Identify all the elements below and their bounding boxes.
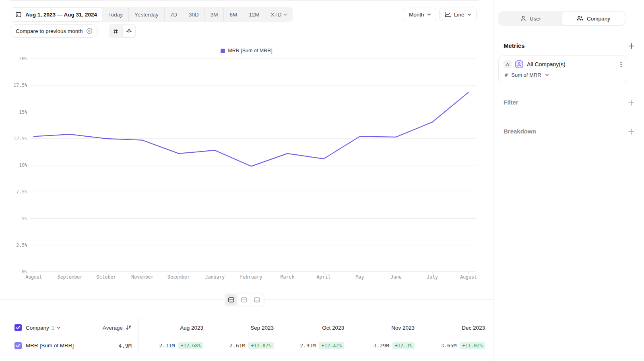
view-layout-toggles bbox=[224, 293, 264, 307]
delta-badge: +12.87% bbox=[248, 342, 274, 349]
date-range-label: Aug 1, 2023 — Aug 31, 2024 bbox=[25, 12, 97, 18]
preset-12m[interactable]: 12M bbox=[243, 7, 265, 22]
preset-30d[interactable]: 30D bbox=[183, 7, 204, 22]
annotations-toggle-button[interactable] bbox=[123, 25, 135, 37]
add-metric-button[interactable] bbox=[627, 42, 635, 50]
value-cell[interactable]: 3.29M+12.3% bbox=[350, 338, 421, 353]
breakdown-heading: Breakdown bbox=[504, 128, 536, 135]
column-header[interactable]: Aug 2023 bbox=[139, 318, 209, 338]
column-header[interactable]: Nov 2023 bbox=[350, 318, 421, 338]
value-cell[interactable]: 2.61M+12.87% bbox=[209, 338, 280, 353]
cell-value: 2.61M bbox=[229, 343, 245, 349]
aggregation-selector[interactable]: # Sum of MRR bbox=[504, 72, 622, 78]
y-tick-label: 17.5% bbox=[13, 82, 27, 88]
x-tick-label: November bbox=[131, 274, 153, 280]
chevron-down-icon bbox=[57, 326, 61, 329]
line-chart-icon bbox=[444, 11, 451, 18]
user-icon bbox=[520, 15, 526, 22]
delta-badge: +11.02% bbox=[460, 342, 485, 349]
column-header[interactable]: Dec 2023 bbox=[421, 318, 491, 338]
arrow-up-from-line-icon bbox=[126, 28, 132, 34]
chevron-down-icon bbox=[545, 74, 549, 76]
x-tick-label: August bbox=[460, 274, 477, 280]
compare-chip[interactable]: Compare to previous month bbox=[10, 24, 98, 38]
y-tick-label: 20% bbox=[19, 56, 27, 62]
metric-card-header: A All Company(s) bbox=[504, 60, 622, 68]
average-header[interactable]: Average bbox=[103, 325, 132, 331]
date-range-group: Aug 1, 2023 — Aug 31, 2024 TodayYesterda… bbox=[10, 7, 293, 22]
y-tick-label: 2.5% bbox=[16, 242, 27, 248]
aggregation-label: Sum of MRR bbox=[511, 72, 541, 78]
preset-3m[interactable]: 3M bbox=[204, 7, 224, 22]
grid-icon bbox=[113, 28, 119, 34]
chart-type-select[interactable]: Line bbox=[439, 8, 477, 21]
view-toggle-split-horizontal[interactable] bbox=[225, 294, 237, 306]
x-tick-label: April bbox=[317, 274, 331, 280]
chart-legend: MRR [Sum of MRR] bbox=[0, 48, 493, 53]
calendar-icon bbox=[15, 11, 22, 18]
preset-6m[interactable]: 6M bbox=[223, 7, 243, 22]
plus-icon bbox=[628, 43, 635, 49]
kebab-icon bbox=[620, 61, 622, 68]
preset-today[interactable]: Today bbox=[103, 7, 128, 22]
preset-7d[interactable]: 7D bbox=[164, 7, 183, 22]
value-cell[interactable]: 2.31M+12.68% bbox=[139, 338, 209, 353]
row-metric-name: MRR [Sum of MRR] bbox=[26, 343, 74, 349]
delta-badge: +12.68% bbox=[178, 342, 203, 349]
compare-chip-label: Compare to previous month bbox=[16, 28, 83, 34]
mrr-line-chart[interactable]: 20%17.5%15%12.5%10%7.5%5%2.5%0%AugustSep… bbox=[0, 54, 493, 285]
config-sidebar: User Company Metrics A bbox=[493, 0, 644, 361]
y-tick-label: 15% bbox=[19, 109, 27, 115]
date-range-button[interactable]: Aug 1, 2023 — Aug 31, 2024 bbox=[10, 7, 103, 22]
value-cell[interactable]: 2.93M+12.42% bbox=[280, 338, 350, 353]
entity-selector[interactable]: Company 1 bbox=[26, 325, 61, 331]
x-tick-label: February bbox=[240, 274, 262, 280]
column-header[interactable]: Oct 2023 bbox=[280, 318, 350, 338]
add-filter-button[interactable] bbox=[627, 98, 635, 107]
results-table: Company 1 Average Aug 2023Sep 2023Oct 20… bbox=[0, 318, 493, 353]
tab-user[interactable]: User bbox=[499, 12, 562, 25]
view-toggle-panel-bottom[interactable] bbox=[251, 294, 263, 306]
granularity-select[interactable]: Month bbox=[404, 8, 436, 21]
cell-value: 2.93M bbox=[300, 343, 316, 349]
remove-compare-icon[interactable] bbox=[86, 28, 93, 34]
number-type-icon: # bbox=[505, 72, 508, 78]
chart-tools-group bbox=[109, 24, 136, 38]
row-left-cell: MRR [Sum of MRR]4.9M bbox=[0, 338, 139, 353]
column-header[interactable]: Sep 2023 bbox=[209, 318, 280, 338]
grid-toggle-button[interactable] bbox=[109, 25, 122, 37]
y-axis-labels: 20%17.5%15%12.5%10%7.5%5%2.5%0% bbox=[13, 56, 27, 275]
x-tick-label: December bbox=[167, 274, 190, 280]
select-all-checkbox[interactable] bbox=[14, 324, 22, 331]
y-tick-label: 10% bbox=[19, 162, 27, 168]
metric-menu-button[interactable] bbox=[619, 60, 623, 70]
table-row: MRR [Sum of MRR]4.9M2.31M+12.68%2.61M+12… bbox=[0, 338, 493, 353]
preset-yesterday[interactable]: Yesterday bbox=[128, 7, 164, 22]
plus-icon bbox=[628, 99, 635, 106]
value-cell[interactable]: 3.65M+11.02% bbox=[421, 338, 491, 353]
x-tick-label: March bbox=[281, 274, 295, 280]
y-tick-label: 5% bbox=[22, 216, 27, 222]
metric-card[interactable]: A All Company(s) # Sum of MRR bbox=[498, 55, 627, 83]
series-line[interactable] bbox=[34, 92, 469, 166]
row-average-value: 4.9M bbox=[118, 343, 132, 349]
chevron-down-icon bbox=[427, 13, 431, 16]
entity-tabs: User Company bbox=[498, 11, 625, 26]
x-tick-label: July bbox=[427, 274, 438, 280]
x-axis-ticks bbox=[30, 272, 476, 274]
top-divider bbox=[10, 0, 479, 1]
y-tick-label: 12.5% bbox=[13, 136, 27, 142]
entity-count: 1 bbox=[52, 325, 55, 331]
table-header-row: Company 1 Average Aug 2023Sep 2023Oct 20… bbox=[0, 318, 493, 338]
tab-company[interactable]: Company bbox=[562, 12, 625, 25]
cell-value: 3.29M bbox=[374, 343, 389, 349]
y-tick-label: 7.5% bbox=[16, 189, 27, 195]
add-breakdown-button[interactable] bbox=[627, 127, 635, 135]
company-users-icon bbox=[576, 15, 584, 22]
chevron-down-icon bbox=[283, 13, 287, 16]
preset-xtd[interactable]: XTD bbox=[265, 7, 293, 22]
company-badge-icon bbox=[515, 60, 523, 68]
row-checkbox[interactable] bbox=[14, 342, 22, 349]
x-tick-label: August bbox=[25, 274, 42, 280]
view-toggle-panel-top[interactable] bbox=[238, 294, 250, 306]
